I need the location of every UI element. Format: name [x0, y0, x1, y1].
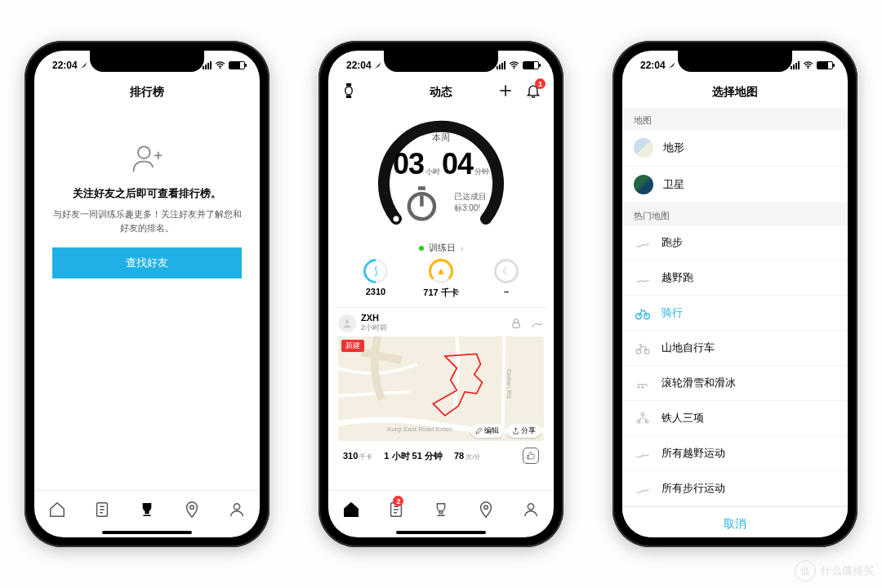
signal-icon: [497, 61, 506, 69]
pencil-icon: [475, 427, 483, 434]
satellite-thumb-icon: [634, 175, 653, 194]
svg-rect-10: [513, 323, 519, 327]
cancel-button[interactable]: 取消: [622, 506, 848, 537]
offroad-icon: [634, 444, 652, 462]
tab-diary[interactable]: 2: [373, 491, 418, 528]
row-triathlon[interactable]: 铁人三项: [622, 401, 848, 436]
row-running[interactable]: 跑步: [622, 225, 848, 261]
row-mtb[interactable]: 山地自行车: [622, 331, 848, 366]
nav-title: 排行榜: [34, 80, 260, 108]
mtb-icon: [634, 339, 652, 357]
steps-ring-icon: ⟆: [359, 254, 393, 288]
metric-steps[interactable]: ⟆ 2310: [343, 259, 408, 299]
tab-bar: [34, 490, 260, 531]
running-icon: [531, 317, 544, 330]
calorie-ring-icon: ▲: [429, 259, 453, 283]
svg-point-17: [636, 314, 642, 319]
home-indicator[interactable]: [102, 531, 192, 534]
tab-home[interactable]: [328, 491, 373, 528]
tab-explore[interactable]: [170, 491, 215, 528]
feed-username[interactable]: ZXH: [361, 313, 501, 323]
bike-icon: [634, 304, 652, 322]
weekly-gauge[interactable]: 本周 03小时 04分钟 已达成目标3:00!: [372, 113, 510, 235]
avatar[interactable]: [338, 314, 356, 332]
tab-profile[interactable]: [215, 491, 260, 528]
tab-explore[interactable]: [464, 491, 509, 528]
battery-icon: [229, 61, 245, 69]
bell-badge: 1: [535, 78, 546, 89]
watch-icon[interactable]: [340, 82, 358, 100]
like-button[interactable]: [523, 448, 539, 464]
svg-point-18: [644, 314, 650, 319]
activity-stats: 310千卡 1 小时 51 分钟 78次/分: [338, 441, 544, 470]
training-day-row[interactable]: 训练日 ›: [419, 242, 464, 254]
row-cycling[interactable]: 骑行: [622, 296, 848, 331]
tab-diary[interactable]: [79, 491, 124, 528]
row-skate[interactable]: 滚轮滑雪和滑冰: [622, 366, 848, 401]
skate-icon: [634, 374, 652, 392]
trail-icon: [634, 269, 652, 287]
lock-icon: [510, 317, 523, 330]
gauge-label: 本周: [432, 131, 450, 144]
tab-bar: 2: [328, 490, 554, 531]
metric-calories[interactable]: ▲ 717 千卡: [408, 259, 474, 299]
svg-point-0: [220, 67, 221, 69]
svg-point-11: [532, 326, 533, 327]
svg-point-14: [484, 505, 488, 509]
svg-point-19: [636, 349, 641, 354]
svg-point-5: [514, 67, 515, 69]
tab-profile[interactable]: [509, 491, 554, 528]
phone-mapselect: 22:04 选择地图 地图 地形 卫星 热门地图 跑步 越野跑 骑行 山地自行车…: [612, 41, 858, 547]
svg-point-3: [190, 505, 194, 509]
share-icon: [512, 427, 519, 434]
edit-button[interactable]: 编辑: [470, 424, 504, 438]
svg-point-16: [808, 67, 809, 69]
metric-sleep[interactable]: ☾ –: [474, 259, 539, 299]
svg-point-4: [234, 503, 240, 509]
tab-home[interactable]: [34, 491, 79, 528]
tab-leaderboard[interactable]: [418, 491, 463, 528]
road-label: Guilan Rd: [506, 369, 513, 399]
phone-leaderboard: 22:04 排行榜 关注好友之后即可查看排行榜。 与好友一同训练乐趣更多！关注好…: [24, 41, 270, 547]
status-time: 22:04: [52, 60, 78, 71]
walking-icon: [634, 479, 652, 497]
nav-title: 动态: [430, 85, 452, 98]
sleep-ring-icon: ☾: [494, 259, 519, 283]
notch: [678, 51, 792, 72]
row-all-offroad[interactable]: 所有越野运动: [622, 436, 848, 471]
battery-icon: [817, 61, 833, 69]
triathlon-icon: [634, 409, 652, 427]
row-all-walking[interactable]: 所有步行运动: [622, 471, 848, 506]
terrain-thumb-icon: [634, 138, 653, 158]
wifi-icon: [803, 61, 813, 69]
row-satellite[interactable]: 卫星: [622, 167, 848, 203]
status-dot-icon: [419, 246, 424, 251]
signal-icon: [791, 61, 800, 69]
row-terrain[interactable]: 地形: [622, 130, 848, 167]
running-icon: [634, 234, 652, 252]
activity-map[interactable]: 新建 Guilan Rd Kuiqi East Road Exten 编辑 分享: [338, 336, 544, 441]
notch: [384, 51, 498, 72]
bell-button[interactable]: 1: [524, 82, 542, 100]
tab-leaderboard[interactable]: [124, 491, 169, 528]
stopwatch-icon: [392, 185, 452, 221]
home-indicator[interactable]: [396, 531, 486, 534]
location-arrow-icon: [374, 61, 382, 69]
thumbs-up-icon: [526, 451, 536, 461]
share-button[interactable]: 分享: [507, 424, 541, 438]
svg-point-15: [528, 503, 534, 509]
gauge-value: 03小时 04分钟: [393, 147, 489, 181]
add-button[interactable]: [497, 82, 514, 100]
svg-point-21: [641, 412, 644, 415]
phone-feed: 22:04 动态 1: [318, 41, 564, 547]
find-friends-button[interactable]: 查找好友: [52, 247, 242, 278]
empty-heading: 关注好友之后即可查看排行榜。: [73, 186, 221, 201]
wifi-icon: [509, 61, 519, 69]
wifi-icon: [215, 61, 225, 69]
activity-card: ZXH 2小时前 新建: [335, 307, 547, 470]
watermark: 值 什么值得买: [795, 560, 874, 581]
row-trail[interactable]: 越野跑: [622, 261, 848, 296]
battery-icon: [523, 61, 539, 69]
nav-title: 选择地图: [622, 80, 848, 108]
svg-point-20: [644, 349, 649, 354]
